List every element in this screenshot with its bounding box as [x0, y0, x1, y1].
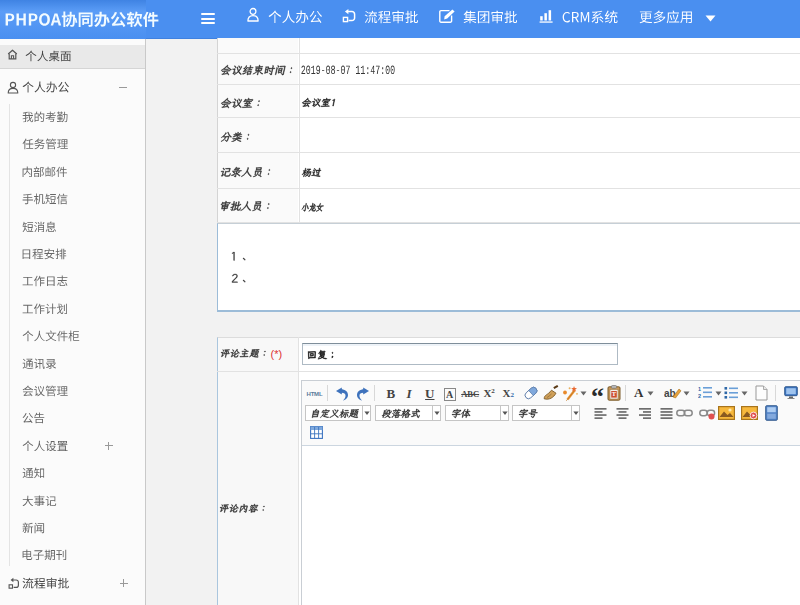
svg-text:T: T — [612, 390, 617, 397]
svg-text:2: 2 — [698, 393, 701, 399]
svg-text:1: 1 — [698, 386, 701, 392]
